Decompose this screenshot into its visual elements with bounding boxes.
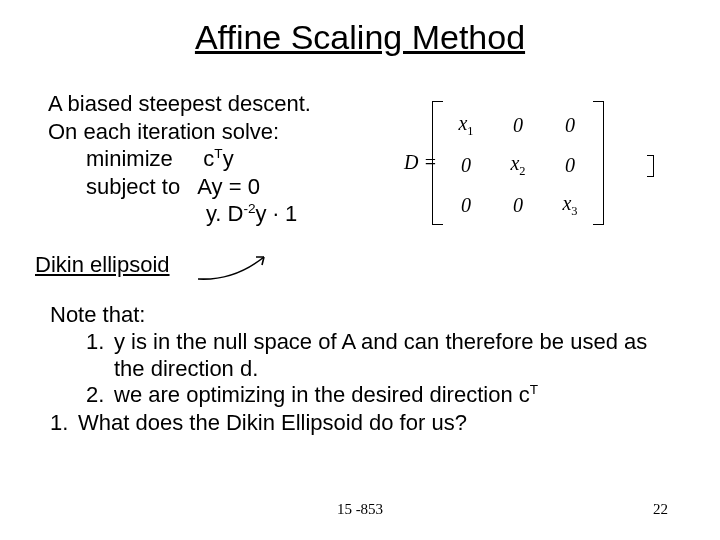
note-item-1: 1. y is in the null space of A and can t… — [50, 329, 668, 383]
note-item-num: 2. — [86, 382, 114, 409]
bracket-left-icon — [432, 101, 443, 225]
minimize-label: minimize — [86, 146, 173, 171]
matrix-grid: x1 0 0 0 x2 0 0 0 x3 — [440, 105, 596, 225]
matrix-cell: 0 — [492, 105, 544, 145]
note-item-text-pre: we are optimizing in the desired directi… — [114, 383, 530, 408]
question-num: 1. — [50, 410, 78, 437]
matrix-cell: 0 — [544, 105, 596, 145]
note-item-num: 1. — [86, 329, 114, 383]
objective-sup: T — [214, 146, 222, 161]
subject-expr: Ay = 0 — [197, 174, 260, 199]
question-text: What does the Dikin Ellipsoid do for us? — [78, 410, 668, 437]
constraint-pre: y. D — [206, 202, 243, 227]
matrix-cell: 0 — [440, 145, 492, 185]
line-minimize: minimize cTy — [48, 145, 311, 173]
note-item-text: y is in the null space of A and can ther… — [114, 329, 668, 383]
footer-course: 15 -853 — [0, 501, 720, 518]
bracket-right-icon — [593, 101, 604, 225]
objective-c: c — [203, 146, 214, 171]
matrix-cell: x3 — [544, 185, 596, 225]
line-iteration: On each iteration solve: — [48, 118, 311, 146]
slide-title: Affine Scaling Method — [0, 18, 720, 57]
note-item-text-sup: T — [530, 382, 538, 397]
problem-block: A biased steepest descent. On each itera… — [48, 90, 311, 228]
matrix-D: D = x1 0 0 0 x2 0 0 0 x3 — [440, 105, 596, 225]
stray-bracket-icon — [647, 155, 654, 177]
line-constraint: y. D-2y · 1 — [48, 200, 311, 228]
notes-block: Note that: 1. y is in the null space of … — [50, 302, 668, 436]
slide: Affine Scaling Method A biased steepest … — [0, 0, 720, 540]
subject-label: subject to — [86, 174, 180, 199]
question-item: 1. What does the Dikin Ellipsoid do for … — [50, 410, 668, 437]
footer-page-number: 22 — [653, 501, 668, 518]
constraint-post: y · 1 — [256, 202, 298, 227]
matrix-cell: x2 — [492, 145, 544, 185]
notes-header: Note that: — [50, 302, 668, 329]
dikin-label: Dikin ellipsoid — [35, 252, 170, 278]
line-biased: A biased steepest descent. — [48, 90, 311, 118]
matrix-cell: x1 — [440, 105, 492, 145]
callout-arrow-icon — [194, 251, 274, 285]
constraint-sup: -2 — [243, 201, 255, 216]
matrix-cell: 0 — [440, 185, 492, 225]
matrix-cell: 0 — [492, 185, 544, 225]
objective-y: y — [223, 146, 234, 171]
note-item-2: 2. we are optimizing in the desired dire… — [50, 382, 668, 409]
note-item-text: we are optimizing in the desired directi… — [114, 382, 668, 409]
line-subject: subject to Ay = 0 — [48, 173, 311, 201]
matrix-cell: 0 — [544, 145, 596, 185]
